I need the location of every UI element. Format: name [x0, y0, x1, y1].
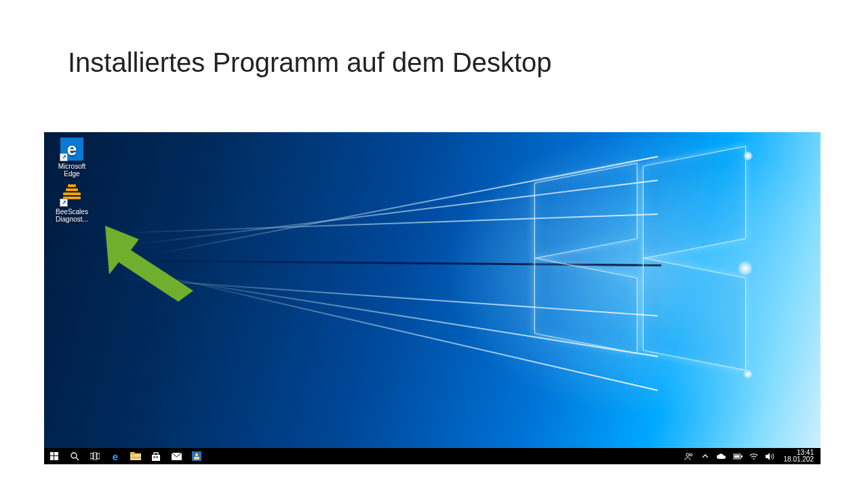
tray-volume[interactable] — [765, 451, 776, 462]
cloud-icon — [716, 453, 726, 460]
slide-title: Installiertes Programm auf dem Desktop — [68, 47, 552, 78]
speaker-icon — [766, 453, 774, 460]
svg-point-5 — [71, 453, 77, 458]
edge-icon: e ↗ — [60, 138, 83, 161]
svg-rect-12 — [130, 457, 141, 458]
mail-icon — [172, 453, 182, 460]
people-button[interactable] — [684, 451, 694, 462]
beescales-icon: ↗ — [60, 183, 83, 206]
tray-power[interactable] — [732, 451, 743, 462]
tray-network[interactable] — [749, 451, 760, 462]
people-icon — [684, 452, 694, 460]
svg-rect-4 — [54, 456, 58, 460]
taskbar-clock[interactable]: 13:41 18.01.202 — [781, 449, 817, 464]
tray-expand-button[interactable] — [700, 451, 711, 462]
store-icon — [151, 452, 161, 461]
screenshot-container: e ↗ Microsoft Edge ↗ — [44, 132, 821, 464]
taskbar-explorer-button[interactable] — [125, 448, 146, 464]
shortcut-badge-icon: ↗ — [60, 153, 68, 161]
clock-date: 18.01.202 — [784, 456, 814, 463]
svg-rect-8 — [94, 452, 96, 460]
desktop-icon-beescales[interactable]: ↗ BeeScales Diagnost... — [50, 183, 94, 223]
windows-logo-icon — [50, 452, 58, 460]
battery-icon — [733, 453, 743, 460]
svg-rect-23 — [741, 455, 743, 458]
svg-rect-3 — [50, 456, 54, 460]
desktop-wallpaper: e ↗ Microsoft Edge ↗ — [44, 132, 821, 448]
svg-rect-1 — [50, 452, 54, 455]
wifi-icon — [749, 453, 758, 460]
taskbar-store-button[interactable] — [146, 448, 166, 464]
taskbar-app-button[interactable] — [186, 448, 207, 464]
svg-rect-9 — [97, 453, 100, 459]
svg-marker-26 — [766, 453, 770, 460]
svg-point-25 — [753, 458, 755, 460]
app-icon — [192, 451, 201, 461]
taskview-button[interactable] — [85, 448, 105, 464]
svg-rect-14 — [153, 456, 155, 458]
svg-point-20 — [686, 453, 688, 456]
desktop-icon-label: Microsoft Edge — [50, 163, 94, 178]
tray-onedrive[interactable] — [716, 451, 727, 462]
shortcut-badge-icon: ↗ — [60, 199, 68, 207]
svg-marker-0 — [105, 226, 193, 302]
taskview-icon — [90, 452, 100, 460]
search-button[interactable] — [64, 448, 85, 464]
chevron-up-icon — [702, 453, 709, 459]
svg-rect-15 — [156, 456, 158, 458]
svg-point-18 — [195, 453, 198, 456]
svg-rect-2 — [54, 452, 58, 455]
search-icon — [71, 452, 79, 461]
svg-line-6 — [76, 458, 79, 460]
start-button[interactable] — [44, 448, 64, 464]
edge-icon: e — [113, 451, 118, 462]
taskbar-edge-button[interactable]: e — [105, 448, 125, 464]
svg-rect-24 — [734, 455, 739, 458]
taskbar-mail-button[interactable] — [166, 448, 186, 464]
taskbar: e — [44, 448, 821, 464]
desktop-icon-edge[interactable]: e ↗ Microsoft Edge — [50, 138, 94, 178]
svg-rect-11 — [130, 452, 135, 455]
folder-icon — [130, 452, 141, 460]
svg-rect-7 — [90, 453, 93, 459]
desktop-icon-label: BeeScales Diagnost... — [50, 208, 94, 223]
svg-point-21 — [690, 453, 692, 456]
svg-rect-19 — [194, 457, 199, 460]
